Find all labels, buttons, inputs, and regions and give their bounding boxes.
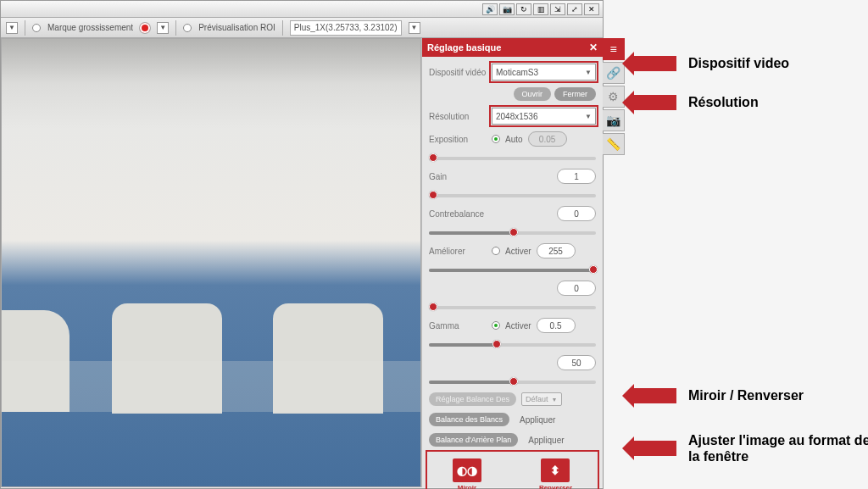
panel-title: Réglage basique [427,42,501,53]
panel-header: Réglage basique ✕ [422,38,603,57]
gamma-label: Gamma [429,321,487,331]
link-icon: 🔗 [606,66,620,80]
flip-label: Renverser [539,484,572,489]
chevron-down-icon: ▼ [585,113,592,120]
offset-value[interactable]: 0 [557,206,596,221]
titlebar-camera-icon[interactable]: 📷 [499,3,515,15]
close-button[interactable]: Fermer [554,87,596,101]
enhance-slider[interactable] [429,269,596,272]
marque-label: Marque grossissement [47,23,133,32]
sliders-icon: ≡ [609,42,616,56]
resolution-value: 2048x1536 [496,112,538,121]
wb-white-apply-label: Appliquer [520,415,555,425]
roi-radio[interactable] [183,24,192,32]
offset-label: Contrebalance [429,209,487,219]
app-window: 🔊 📷 ↻ ▥ ⇲ ⤢ ✕ ▼ Marque grossissement ▼ P… [0,0,604,489]
wb-bg-apply-label: Appliquer [528,436,564,445]
gamma-slider-2[interactable] [429,381,596,384]
flip-icon: ⬍ [541,458,570,482]
device-label: Dispositif vidéo [429,68,487,77]
camera-icon: 📷 [606,114,620,127]
enhance-slider-2[interactable] [429,306,596,309]
arrow-icon [634,388,676,403]
titlebar-min-icon[interactable]: ⤢ [567,3,582,15]
window-titlebar: 🔊 📷 ↻ ▥ ⇲ ⤢ ✕ [1,1,603,18]
gamma-activate-radio[interactable] [492,321,500,330]
resolution-label: Résolution [429,112,487,121]
marque-radio-on[interactable] [140,23,150,33]
flip-button[interactable]: ⬍ Renverser [539,458,572,489]
gain-value[interactable]: 1 [557,169,596,184]
annotation-device: Dispositif video [634,56,789,71]
toolbar-dropdown-1[interactable]: ▼ [6,22,18,34]
arrow-icon [634,95,676,110]
roi-label: Prévisualisation ROI [198,23,275,32]
titlebar-close-icon[interactable]: ✕ [584,3,599,15]
mirror-icon: ◐◑ [453,458,481,482]
gamma-value[interactable]: 0.5 [537,318,576,333]
enhance-activate-radio[interactable] [492,247,500,255]
titlebar-restore-icon[interactable]: ⇲ [550,3,565,15]
toolbar-dropdown-2[interactable]: ▼ [157,22,169,34]
vtab-ruler[interactable]: 📏 [603,133,625,155]
annotation-fit: Ajuster l'image au format de la fenêtre [634,432,868,464]
resolution-select[interactable]: 2048x1536 ▼ [492,108,596,125]
chevron-down-icon: ▼ [585,69,592,76]
ruler-icon: 📏 [606,137,620,151]
marque-radio-off[interactable] [32,24,41,32]
wb-white-button[interactable]: Balance des Blancs [429,413,509,426]
toolbar-separator-2 [175,20,176,36]
lens-combo[interactable]: Plus_1X(3.25733, 3.23102) [290,20,402,36]
lens-combo-value: Plus_1X(3.25733, 3.23102) [294,23,398,32]
mirror-button[interactable]: ◐◑ Miroir [453,458,481,489]
annotation-resolution: Résolution [634,95,759,110]
mirror-label: Miroir [458,484,476,489]
enhance-label: Améliorer [429,247,487,256]
enhance-value-2[interactable]: 0 [557,281,596,296]
titlebar-columns-icon[interactable]: ▥ [533,3,548,15]
gain-label: Gain [429,172,487,181]
exposure-auto-label: Auto [505,135,523,144]
mirror-flip-group: ◐◑ Miroir ⬍ Renverser [429,453,596,489]
exposure-auto-radio[interactable] [492,135,500,143]
enhance-value[interactable]: 255 [537,243,576,258]
toolbar-separator [25,20,25,36]
wb-region-button[interactable]: Réglage Balance Des [429,392,516,406]
gain-slider[interactable] [429,194,596,197]
arrow-icon [634,56,676,71]
device-select[interactable]: MoticamS3 ▼ [492,64,596,81]
panel-close-icon[interactable]: ✕ [589,42,598,53]
settings-panel: Réglage basique ✕ Dispositif vidéo Motic… [421,38,603,487]
exposure-slider[interactable] [429,157,596,160]
titlebar-refresh-icon[interactable]: ↻ [516,3,531,15]
titlebar-audio-icon[interactable]: 🔊 [482,3,498,15]
gamma-value-2[interactable]: 50 [557,355,596,370]
arrow-icon [634,441,676,456]
annotation-mirror: Miroir / Renverser [634,388,804,403]
gear-icon: ⚙ [608,90,619,103]
toolbar-separator-3 [282,20,283,36]
open-button[interactable]: Ouvrir [514,87,552,101]
exposure-value: 0.05 [528,131,567,147]
wb-bg-button[interactable]: Balance d'Arrière Plan [429,433,518,447]
gamma-activate-label: Activer [505,321,531,331]
device-value: MoticamS3 [496,68,538,77]
wb-default-combo[interactable]: Défaut▼ [521,392,561,406]
image-viewport[interactable] [1,38,421,487]
exposure-label: Exposition [429,135,487,144]
top-toolbar: ▼ Marque grossissement ▼ Prévisualisatio… [1,18,603,38]
lens-combo-arrow[interactable]: ▼ [409,22,420,34]
enhance-activate-label: Activer [505,247,531,256]
offset-slider[interactable] [429,231,596,235]
gamma-slider[interactable] [429,343,596,347]
